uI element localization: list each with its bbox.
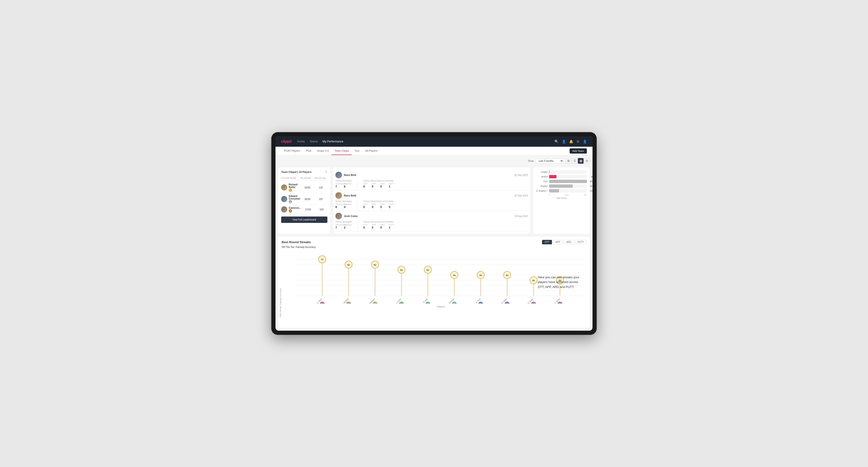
main-content: Show Last 3 months Last 6 months Last 12…	[276, 155, 592, 331]
silver-badge: 2	[289, 200, 292, 203]
edit-icon[interactable]: ✎	[325, 170, 328, 174]
player-name-wrap-2: Edward Crossman 2	[289, 195, 300, 203]
player-cards-panel: Rees Britt 02 Sep 2023 Total Rounds Tour…	[333, 167, 530, 234]
sub-nav-hcaps[interactable]: Hcaps 1-5	[314, 147, 332, 155]
streaks-header: Best Round Streaks OTT APP ARG PUTT	[282, 240, 586, 244]
nav-my-performance[interactable]: My Performance	[322, 140, 343, 143]
bar-chart: Eagles3Birdies96Pars499Bogeys311D. Bogey…	[536, 170, 587, 192]
pb-score-3: 17/20	[301, 208, 315, 211]
nav-bar: clippd Home Teams My Performance 🔍 👤 🔔 ⚙…	[276, 136, 592, 147]
svg-text:3x: 3x	[532, 279, 535, 282]
pb-avg-3: 103	[315, 208, 328, 211]
sub-nav-tour[interactable]: Tour	[352, 147, 362, 155]
card-header-3: Josh Coles 26 Aug 2023	[335, 213, 528, 219]
svg-point-55	[504, 302, 510, 304]
tablet-frame: clippd Home Teams My Performance 🔍 👤 🔔 ⚙…	[271, 132, 597, 335]
nav-links: Home Teams My Performance	[297, 140, 549, 143]
stat-sub-tournament-label: Tournament	[335, 183, 342, 185]
stat-tournament-1: 7	[335, 185, 342, 188]
card-header-1: Rees Britt 02 Sep 2023	[335, 172, 528, 178]
sub-nav-team-clippd[interactable]: Team Clippd	[332, 147, 352, 155]
player-badge-3: 3	[289, 209, 301, 213]
y-axis-label: Best Streak, Fairway Accuracy	[279, 288, 282, 317]
filter-putt[interactable]: PUTT	[575, 240, 586, 244]
sub-nav-links: PGAT Players PGA Hcaps 1-5 Team Clippd T…	[281, 147, 380, 155]
view-leaderboard-button[interactable]: View Full Leaderboard	[281, 217, 328, 223]
card-name-2: Rees Britt	[344, 194, 356, 197]
bar-label-2: Pars	[536, 180, 548, 183]
svg-text:5x: 5x	[400, 269, 403, 271]
sub-nav-pga[interactable]: PGA	[303, 147, 314, 155]
card-stats-1: Total Rounds Tournament Practice 7 6	[335, 180, 528, 188]
bar-fill-3	[549, 184, 573, 188]
pb-score-2: 18/20	[300, 198, 314, 200]
top-section: Team Clippd | 14 Players ✎ PLAYER NAME P…	[278, 167, 590, 234]
nav-icons: 🔍 👤 🔔 ⚙ 👤	[555, 139, 587, 144]
svg-text:7x: 7x	[321, 258, 323, 261]
card-view-icon[interactable]: ▦	[578, 158, 584, 164]
sub-nav-pgat[interactable]: PGAT Players	[281, 147, 303, 155]
chart-x-label: Total Shots	[536, 197, 587, 199]
stat-label-activities-1: Total Practice Activities	[363, 180, 395, 182]
player-name-3: Cameron...	[289, 207, 301, 209]
player-card-1: Rees Britt 02 Sep 2023 Total Rounds Tour…	[335, 170, 528, 190]
team-name-label: Team Clippd | 14 Players	[281, 170, 312, 173]
svg-point-25	[346, 302, 351, 304]
svg-text:5x: 5x	[427, 269, 429, 271]
annotation-block: Here you can see streaks your players ha…	[538, 275, 585, 289]
pb-avg-1: 110	[314, 186, 328, 189]
stat-practice-activities-1: Total Practice Activities OTT APP ARG PU…	[363, 180, 395, 188]
pb-avg-2: 107	[314, 198, 328, 200]
filter-app[interactable]: APP	[553, 240, 563, 244]
bar-container-4: 131	[549, 189, 587, 192]
sub-nav: PGAT Players PGA Hcaps 1-5 Team Clippd T…	[276, 147, 592, 155]
avatar-1	[281, 184, 287, 191]
stat-ott-1: 0	[363, 185, 370, 188]
user-avatar-icon[interactable]: 👤	[583, 139, 587, 144]
svg-point-45	[452, 302, 457, 304]
bar-value-3: 311	[590, 184, 592, 188]
bar-value-4: 131	[590, 189, 592, 192]
app-logo: clippd	[281, 139, 291, 144]
panel-header: Team Clippd | 14 Players ✎	[281, 170, 328, 174]
leaderboard-panel: Team Clippd | 14 Players ✎ PLAYER NAME P…	[278, 167, 330, 234]
svg-point-40	[425, 302, 431, 304]
filter-arg[interactable]: ARG	[564, 240, 574, 244]
streaks-filters: OTT APP ARG PUTT	[542, 240, 586, 244]
nav-teams[interactable]: Teams	[309, 140, 318, 143]
nav-home[interactable]: Home	[297, 140, 305, 143]
bar-container-2: 499	[549, 180, 587, 183]
svg-text:6x: 6x	[374, 263, 376, 266]
pb-score-1: 19/20	[300, 186, 314, 189]
bell-icon[interactable]: 🔔	[569, 139, 573, 144]
svg-point-20	[319, 302, 325, 304]
search-icon[interactable]: 🔍	[555, 139, 559, 144]
bar-row-3: Bogeys311	[536, 184, 587, 188]
svg-text:4x: 4x	[453, 274, 456, 276]
bar-label-0: Eagles	[536, 171, 548, 173]
col-pb-avg: PB AVG SQ	[314, 177, 328, 179]
col-player-name: PLAYER NAME	[281, 177, 300, 179]
settings-icon[interactable]: ⚙	[577, 139, 580, 144]
bar-container-0: 3	[549, 170, 587, 174]
profile-icon[interactable]: 👤	[562, 139, 566, 144]
card-name-3: Josh Coles	[344, 215, 358, 217]
grid-view-icon[interactable]: ⊞	[566, 158, 571, 164]
chart-x-axis: 0 200 400	[536, 194, 587, 196]
time-filter-select[interactable]: Last 3 months Last 6 months Last 12 mont…	[536, 158, 564, 163]
table-row: Cameron... 3 17/20 103	[281, 205, 328, 214]
card-stats-2: Total Rounds Tournament Practice 8 4	[335, 200, 528, 209]
sub-nav-all-players[interactable]: All Players	[363, 147, 380, 155]
player-name-1: Richard Butler	[289, 183, 300, 188]
filter-ott[interactable]: OTT	[542, 240, 552, 244]
stat-sub-practice-label: Practice	[344, 183, 350, 185]
player-badge-2: 2	[289, 200, 300, 203]
player-card-2: Rees Britt 02 Sep 2023 Total Rounds Tour…	[335, 190, 528, 211]
stat-divider	[357, 180, 358, 188]
add-team-button[interactable]: Add Team	[569, 148, 587, 154]
bar-label-4: D. Bogeys +	[536, 190, 548, 192]
card-name-1: Rees Britt	[344, 174, 356, 177]
list-view-icon[interactable]: ☰	[572, 158, 578, 164]
table-view-icon[interactable]: ⊟	[584, 158, 590, 164]
stat-arg-1: 0	[380, 185, 387, 188]
